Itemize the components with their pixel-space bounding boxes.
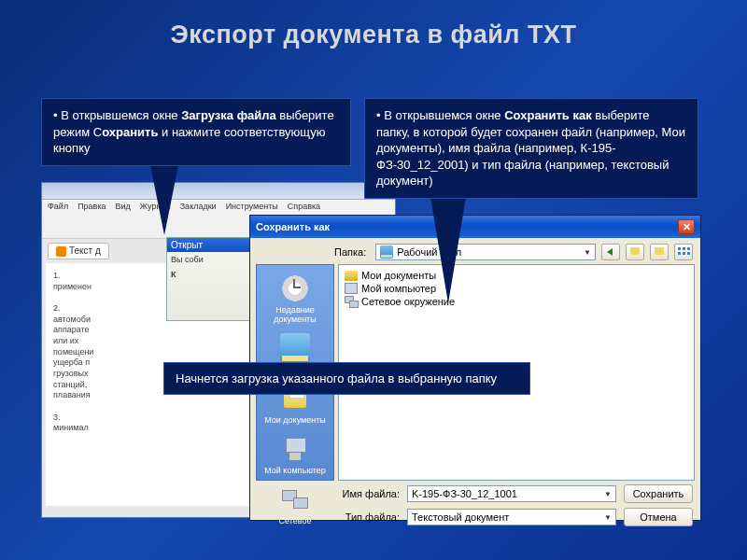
rss-icon <box>56 246 66 257</box>
open-dialog-fragment: Открыт Вы соби К <box>166 237 250 321</box>
desktop-icon <box>380 245 393 259</box>
network-small-icon <box>345 296 358 307</box>
sidebar-computer[interactable]: Мой компьютер <box>260 431 331 480</box>
cancel-button[interactable]: Отмена <box>624 508 693 526</box>
chevron-down-icon: ▼ <box>584 248 591 257</box>
dialog-title: Сохранить как <box>256 221 330 232</box>
open-dialog-line1: Вы соби <box>171 255 246 264</box>
callout-left-pointer <box>149 161 179 235</box>
close-button[interactable]: ✕ <box>678 219 695 234</box>
sidebar-network[interactable]: Сетевое <box>260 482 331 530</box>
open-dialog-line2: К <box>171 270 176 279</box>
new-folder-button[interactable] <box>650 244 669 260</box>
save-button[interactable]: Сохранить <box>624 484 693 503</box>
computer-small-icon <box>345 283 358 294</box>
sidebar-recent[interactable]: Недавние документы <box>260 271 331 329</box>
open-dialog-title: Открыт <box>167 238 249 252</box>
browser-menubar[interactable]: Файл Правка Вид Журнал Закладки Инструме… <box>42 200 395 215</box>
browser-tab[interactable]: Текст д <box>48 243 109 259</box>
chevron-down-icon: ▼ <box>604 513 612 522</box>
menu-view[interactable]: Вид <box>116 202 131 213</box>
filetype-label: Тип файла: <box>340 511 400 523</box>
callout-band: Начнется загрузка указанного файла в выб… <box>163 362 530 395</box>
folder-icon <box>345 271 358 281</box>
slide-title: Экспорт документа в файл ТХТ <box>0 0 747 61</box>
folder-label: Папка: <box>334 246 366 258</box>
filename-label: Имя файла: <box>340 488 400 499</box>
tab-label: Текст д <box>69 245 101 256</box>
callout-left: • В открывшемся окне Загрузка файла выбе… <box>41 98 351 166</box>
sidebar-recent-label: Недавние документы <box>274 305 316 324</box>
computer-icon <box>280 434 310 464</box>
callout-right-pointer <box>430 191 467 303</box>
up-button[interactable] <box>626 244 644 260</box>
menu-file[interactable]: Файл <box>48 202 68 213</box>
menu-edit[interactable]: Правка <box>78 202 106 213</box>
folder-dropdown[interactable]: Рабочий стол ▼ <box>375 244 596 260</box>
callout-right: • В открывшемся окне Сохранить как выбер… <box>364 98 698 199</box>
filename-value: K-195-ФЗ-30_12_1001 <box>412 488 517 499</box>
recent-icon <box>280 273 310 303</box>
menu-bookmarks[interactable]: Закладки <box>180 202 217 213</box>
chevron-down-icon: ▼ <box>604 490 612 498</box>
file-item-network[interactable]: Сетевое окружение <box>343 295 690 308</box>
menu-help[interactable]: Справка <box>288 202 320 213</box>
sidebar-computer-label: Мой компьютер <box>264 466 326 475</box>
filename-input[interactable]: K-195-ФЗ-30_12_1001 ▼ <box>407 485 616 502</box>
back-button[interactable] <box>601 244 620 260</box>
browser-titlebar <box>42 183 395 200</box>
filetype-value: Текстовый документ <box>412 511 509 523</box>
dialog-titlebar: Сохранить как ✕ <box>250 216 700 238</box>
view-button[interactable] <box>674 244 693 260</box>
sidebar-network-label: Сетевое <box>279 516 312 525</box>
file-item-mycomputer[interactable]: Мой компьютер <box>343 282 690 295</box>
file-item-label: Мои документы <box>361 270 436 281</box>
desktop-sb-icon <box>280 333 310 363</box>
filetype-dropdown[interactable]: Текстовый документ ▼ <box>407 509 616 525</box>
file-item-label: Мой компьютер <box>361 283 436 294</box>
file-item-mydocs[interactable]: Мои документы <box>343 269 690 282</box>
menu-tools[interactable]: Инструменты <box>226 202 278 213</box>
sidebar-docs-label: Мои документы <box>264 415 326 425</box>
network-icon <box>280 484 310 514</box>
